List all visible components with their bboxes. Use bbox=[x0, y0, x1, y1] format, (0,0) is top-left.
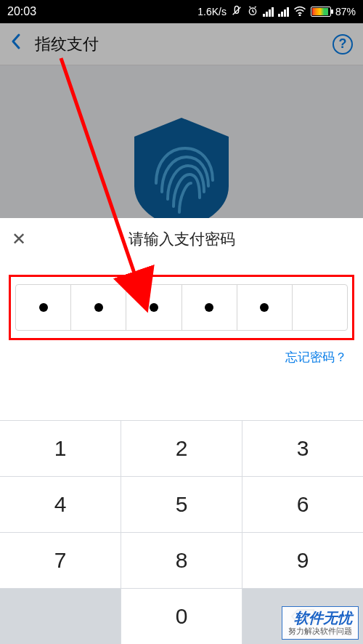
watermark: 软件无忧 努力解决软件问题 bbox=[282, 606, 359, 640]
status-bar: 20:03 1.6K/s 87% bbox=[0, 0, 363, 23]
alarm-icon bbox=[247, 5, 258, 19]
keypad-key-9[interactable]: 9 bbox=[242, 533, 363, 588]
fingerprint-logo-area bbox=[0, 65, 363, 240]
password-sheet: ✕ 请输入支付密码 忘记密码？ 1234567890 软件无忧 努力解决软件问题 bbox=[0, 218, 363, 644]
close-button[interactable]: ✕ bbox=[12, 229, 33, 249]
signal-icon-2 bbox=[278, 7, 289, 17]
keypad-blank bbox=[0, 589, 121, 644]
wifi-icon bbox=[293, 6, 306, 18]
watermark-subtitle: 努力解决软件问题 bbox=[288, 627, 352, 636]
signal-icon-1 bbox=[263, 7, 274, 17]
status-time: 20:03 bbox=[7, 5, 36, 18]
keypad-key-0[interactable]: 0 bbox=[121, 589, 242, 644]
help-button[interactable]: ? bbox=[333, 34, 353, 55]
pin-cell bbox=[16, 285, 71, 330]
sheet-title: 请输入支付密码 bbox=[33, 229, 330, 249]
keypad-key-7[interactable]: 7 bbox=[0, 533, 121, 588]
status-net-speed: 1.6K/s bbox=[197, 6, 227, 17]
pin-highlight-box bbox=[9, 275, 354, 340]
sheet-header: ✕ 请输入支付密码 bbox=[0, 218, 363, 260]
keypad-key-4[interactable]: 4 bbox=[0, 477, 121, 532]
pin-cell bbox=[237, 285, 293, 330]
battery-percent: 87% bbox=[335, 6, 356, 17]
back-button[interactable] bbox=[10, 33, 22, 55]
keypad-key-3[interactable]: 3 bbox=[242, 421, 363, 476]
pin-input[interactable] bbox=[15, 284, 348, 331]
pin-cell bbox=[293, 285, 347, 330]
app-header: 指纹支付 ? bbox=[0, 23, 363, 65]
battery-icon bbox=[311, 7, 331, 17]
pin-cell bbox=[71, 285, 126, 330]
page-title: 指纹支付 bbox=[35, 33, 99, 55]
status-right-cluster: 1.6K/s 87% bbox=[197, 5, 356, 19]
pin-dot-icon bbox=[150, 303, 158, 312]
forgot-row: 忘记密码？ bbox=[0, 346, 363, 366]
pin-cell bbox=[182, 285, 237, 330]
keypad-key-5[interactable]: 5 bbox=[121, 477, 242, 532]
fingerprint-shield-icon bbox=[127, 113, 236, 233]
svg-point-2 bbox=[299, 15, 301, 16]
watermark-title: 软件无忧 bbox=[288, 610, 352, 627]
pin-cell bbox=[126, 285, 182, 330]
pin-dot-icon bbox=[94, 303, 103, 312]
keypad-key-1[interactable]: 1 bbox=[0, 421, 121, 476]
keypad-key-8[interactable]: 8 bbox=[121, 533, 242, 588]
forgot-password-link[interactable]: 忘记密码？ bbox=[285, 349, 347, 366]
mute-icon bbox=[231, 5, 242, 19]
screen: 指纹支付 ? bbox=[0, 23, 363, 644]
pin-dot-icon bbox=[39, 303, 48, 312]
pin-dot-icon bbox=[205, 303, 213, 312]
keypad-key-6[interactable]: 6 bbox=[242, 477, 363, 532]
keypad-key-2[interactable]: 2 bbox=[121, 421, 242, 476]
pin-dot-icon bbox=[260, 303, 269, 312]
